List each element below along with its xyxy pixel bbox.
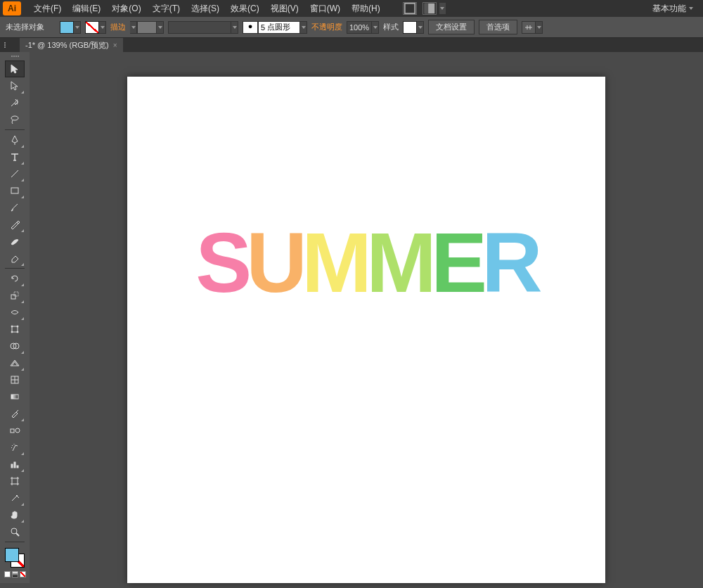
menu-type[interactable]: 文字(T): [147, 1, 186, 17]
pen-tool[interactable]: [5, 132, 25, 148]
symbol-sprayer-tool[interactable]: [5, 439, 25, 456]
tool-grip-icon[interactable]: [0, 52, 30, 60]
svg-rect-0: [404, 4, 414, 13]
align-group[interactable]: [522, 21, 543, 34]
workspace-switcher[interactable]: 基本功能: [645, 1, 700, 16]
rotate-tool[interactable]: [5, 270, 25, 287]
svg-line-4: [11, 170, 18, 177]
menu-file[interactable]: 文件(F): [28, 1, 67, 17]
color-mode-none[interactable]: [20, 571, 26, 577]
menu-window[interactable]: 窗口(W): [304, 1, 346, 17]
svg-line-24: [16, 533, 19, 536]
stroke-swatch[interactable]: [85, 21, 99, 34]
style-dd[interactable]: [417, 21, 424, 34]
menu-select[interactable]: 选择(S): [186, 1, 225, 17]
stroke-dropdown[interactable]: [99, 21, 106, 34]
color-mode-solid[interactable]: [4, 571, 11, 577]
artboard[interactable]: S U M M E R: [127, 77, 605, 583]
style-swatch[interactable]: [403, 21, 417, 34]
profile-dd[interactable]: [300, 21, 307, 34]
shape-builder-tool[interactable]: [5, 338, 25, 354]
preferences-button[interactable]: 首选项: [479, 20, 517, 34]
svg-rect-19: [11, 464, 13, 468]
control-bar: 未选择对象 描边 ● 5 点圆形 不透明度 100% 样式 文档设置 首选项: [0, 17, 703, 38]
selection-tool[interactable]: [5, 60, 25, 77]
stroke-weight-value[interactable]: [137, 21, 157, 34]
menu-object[interactable]: 对象(O): [106, 1, 146, 17]
opacity-label[interactable]: 不透明度: [311, 22, 342, 32]
rectangle-tool[interactable]: [5, 182, 25, 199]
stroke-weight-group[interactable]: [130, 21, 164, 34]
menu-edit[interactable]: 编辑(E): [67, 1, 106, 17]
canvas-area[interactable]: S U M M E R: [30, 52, 703, 588]
style-group[interactable]: [403, 21, 424, 34]
opacity-group[interactable]: 100%: [347, 21, 379, 34]
slice-tool[interactable]: [5, 490, 25, 506]
svg-point-3: [11, 116, 18, 120]
tool-panel: [0, 52, 30, 583]
width-tool[interactable]: [5, 304, 25, 321]
svg-rect-21: [17, 466, 18, 468]
scale-tool[interactable]: [5, 287, 25, 304]
menu-help[interactable]: 帮助(H): [346, 1, 386, 17]
fill-swatch[interactable]: [60, 21, 74, 34]
color-mode-gradient[interactable]: [12, 571, 18, 577]
line-tool[interactable]: [5, 165, 25, 182]
align-icon[interactable]: [522, 21, 536, 34]
mesh-tool[interactable]: [5, 371, 25, 388]
fill-color-box[interactable]: [5, 548, 19, 562]
svg-point-10: [17, 326, 18, 327]
brush-def-group[interactable]: [168, 21, 238, 34]
fill-stroke-indicator[interactable]: [4, 547, 26, 569]
eraser-tool[interactable]: [5, 250, 25, 267]
gradient-tool[interactable]: [5, 388, 25, 405]
fill-swatch-group[interactable]: [60, 21, 81, 34]
svg-point-12: [17, 331, 18, 333]
pencil-tool[interactable]: [5, 216, 25, 233]
paintbrush-tool[interactable]: [5, 199, 25, 216]
svg-rect-17: [11, 429, 14, 433]
opacity-value[interactable]: 100%: [347, 21, 372, 34]
eyedropper-tool[interactable]: [5, 405, 25, 422]
column-graph-tool[interactable]: [5, 456, 25, 473]
menu-view[interactable]: 视图(V): [265, 1, 304, 17]
artboard-tool[interactable]: [5, 473, 25, 490]
align-dd[interactable]: [536, 21, 543, 34]
svg-point-23: [11, 528, 17, 534]
stroke-weight-dd[interactable]: [157, 21, 164, 34]
perspective-grid-tool[interactable]: [5, 354, 25, 371]
layout-dropdown[interactable]: [439, 2, 446, 15]
color-mode-row: [4, 571, 26, 577]
hand-tool[interactable]: [5, 506, 25, 523]
blend-tool[interactable]: [5, 422, 25, 439]
brush-definition[interactable]: [168, 21, 231, 34]
stroke-swatch-group[interactable]: [85, 21, 106, 34]
svg-rect-22: [12, 478, 18, 484]
letter-r: R: [482, 214, 537, 311]
stroke-weight-down[interactable]: [130, 21, 137, 34]
layout-icon-1[interactable]: [403, 2, 417, 15]
stroke-profile-group[interactable]: ● 5 点圆形: [243, 21, 307, 34]
lasso-tool[interactable]: [5, 111, 25, 128]
document-tab[interactable]: -1* @ 139% (RGB/预览) ×: [20, 38, 123, 52]
brush-dd[interactable]: [231, 21, 238, 34]
direct-selection-tool[interactable]: [5, 77, 25, 94]
stroke-label[interactable]: 描边: [110, 22, 126, 32]
zoom-tool[interactable]: [5, 523, 25, 540]
document-setup-button[interactable]: 文档设置: [428, 20, 475, 34]
menu-bar: Ai 文件(F) 编辑(E) 对象(O) 文字(T) 选择(S) 效果(C) 视…: [0, 0, 703, 17]
blob-brush-tool[interactable]: [5, 233, 25, 250]
menu-effect[interactable]: 效果(C): [225, 1, 265, 17]
type-tool[interactable]: [5, 148, 25, 165]
close-icon[interactable]: ×: [113, 41, 117, 49]
layout-icon-2[interactable]: [423, 2, 437, 15]
magic-wand-tool[interactable]: [5, 94, 25, 111]
panel-grip-icon[interactable]: [0, 38, 10, 52]
free-transform-tool[interactable]: [5, 321, 25, 338]
opacity-dd[interactable]: [372, 21, 379, 34]
selection-status: 未选择对象: [6, 22, 44, 32]
summer-text[interactable]: S U M M E R: [127, 214, 605, 311]
svg-rect-8: [12, 326, 18, 332]
fill-dropdown[interactable]: [74, 21, 81, 34]
svg-point-9: [11, 326, 13, 327]
